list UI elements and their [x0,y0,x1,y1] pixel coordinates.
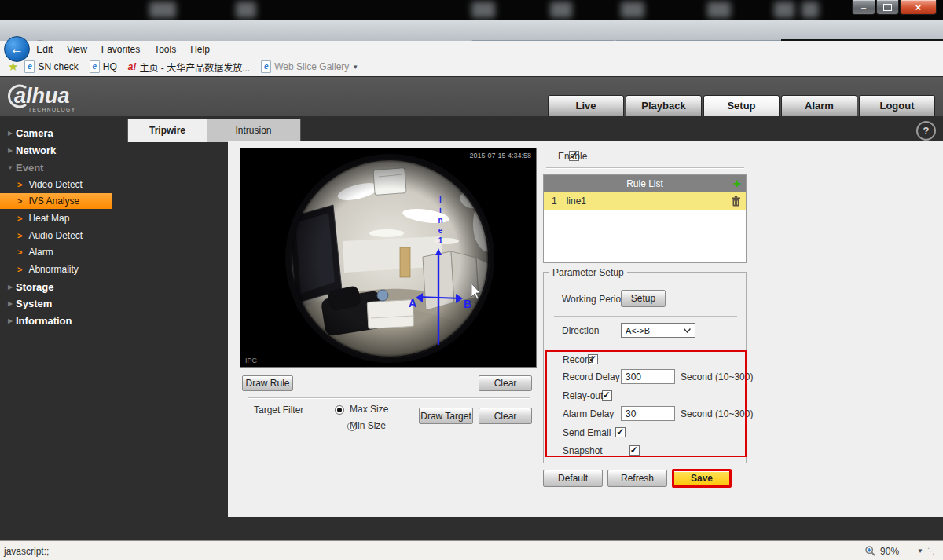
video-preview[interactable]: A B 2015-07-15 4:34:58 IPC line1 [240,148,537,368]
menu-tools[interactable]: Tools [147,44,183,55]
min-size-label[interactable]: Min Size [350,420,386,431]
site-header: alhua TECHNOLOGY Live Playback Setup Ala… [0,76,943,117]
nav-live-button[interactable]: Live [548,95,624,117]
triangle-right-icon: ▶ [5,284,16,291]
video-watermark: IPC [245,357,257,364]
ie-doc-icon: e [90,60,100,73]
ie-doc-icon: e [261,60,271,73]
sidebar-item-storage[interactable]: ▶Storage [0,279,114,295]
chevron-right-icon: > [17,247,22,257]
favorite-dahua-home[interactable]: a! 主页 - 大华产品数据发放... [128,60,250,74]
target-filter-label: Target Filter [254,404,303,415]
content-panel: A B 2015-07-15 4:34:58 IPC line1 Draw Ru… [228,141,943,517]
nav-logout-button[interactable]: Logout [859,95,935,117]
video-timestamp: 2015-07-15 4:34:58 [469,152,531,159]
menu-view[interactable]: View [60,44,94,55]
favorite-hq[interactable]: e HQ [90,60,117,73]
alert-highlight-box [545,350,747,457]
triangle-down-icon: ▼ [5,164,16,171]
chevron-right-icon: > [17,214,22,223]
draw-target-button[interactable]: Draw Target [419,408,473,424]
rule-list-row[interactable]: 1 line1 [544,192,746,210]
divider [546,167,744,169]
fisheye-image: A B [240,148,536,367]
chevron-right-icon: > [17,265,22,274]
working-period-label: Working Period [562,294,626,305]
clear-target-button[interactable]: Clear [479,408,532,424]
menu-help[interactable]: Help [183,44,217,55]
site-nav: Live Playback Setup Alarm Logout [548,95,935,117]
working-period-setup-button[interactable]: Setup [621,290,666,307]
delete-rule-icon[interactable] [732,196,740,207]
logo-text: alhua [14,84,70,108]
favorite-web-slice-gallery[interactable]: e Web Slice Gallery ▼ [261,60,358,73]
sidebar-item-system[interactable]: ▶System [0,295,114,312]
maximize-button[interactable] [876,0,899,15]
triangle-right-icon: ▶ [5,130,16,137]
chevron-down-icon: ▼ [352,64,358,71]
max-size-label[interactable]: Max Size [350,404,388,415]
dahua-logo: alhua TECHNOLOGY [8,81,110,114]
sidebar-item-information[interactable]: ▶Information [0,313,114,329]
sidebar-item-alarm[interactable]: >Alarm [0,244,112,260]
sidebar-item-abnormality[interactable]: >Abnormality [0,262,112,277]
zoom-level[interactable]: 90% [880,546,899,557]
zoom-magnifier-icon[interactable] [864,545,876,557]
nav-alarm-button[interactable]: Alarm [781,95,857,117]
status-bar: javascript:; 90% ▼ ⋱ [0,540,943,560]
draw-rule-button[interactable]: Draw Rule [242,375,293,391]
rule-line-label: line1 [436,196,445,247]
save-button[interactable]: Save [672,469,732,488]
desktop-strip: – × [0,0,943,20]
parameter-setup-legend: Parameter Setup [549,267,627,278]
refresh-button[interactable]: Refresh [607,470,667,487]
divider [248,397,530,399]
direction-select[interactable]: A<->B [621,323,695,338]
chevron-down-icon [684,328,691,333]
chevron-right-icon: > [17,196,22,206]
sidebar-item-audio-detect[interactable]: >Audio Detect [0,228,112,243]
sidebar-item-camera[interactable]: ▶Camera [0,125,114,141]
divider [554,316,737,317]
sidebar-item-heat-map[interactable]: >Heat Map [0,210,112,226]
chevron-right-icon: > [17,180,22,189]
point-b-label: B [464,298,472,310]
direction-label: Direction [562,325,599,336]
default-button[interactable]: Default [543,470,603,487]
nav-setup-button[interactable]: Setup [703,95,780,117]
window-controls: – × [851,0,937,15]
status-text: javascript:; [4,546,49,557]
favorites-bar: ★ e SN check e HQ a! 主页 - 大华产品数据发放... e … [0,57,943,77]
maximize-icon [883,4,892,11]
enable-label: Enable [558,151,587,162]
chevron-right-icon: > [17,231,22,240]
content-area: Tripwire Intrusion [114,116,931,517]
triangle-right-icon: ▶ [5,317,16,324]
menu-edit[interactable]: Edit [29,44,60,55]
tab-tripwire[interactable]: Tripwire [127,119,207,142]
ie-doc-icon: e [24,60,35,73]
logo-subtext: TECHNOLOGY [28,107,76,112]
sidebar-item-event[interactable]: ▼Event [0,159,114,176]
sidebar-item-network[interactable]: ▶Network [0,142,114,159]
zoom-dropdown-icon[interactable]: ▼ [917,547,923,555]
tab-intrusion[interactable]: Intrusion [207,119,301,142]
rule-list-header: Rule List + [544,175,746,192]
page-body: ▶Camera ▶Network ▼Event >Video Detect >I… [0,116,943,540]
clear-rule-button[interactable]: Clear [479,375,532,391]
rule-number: 1 [552,196,557,207]
browser-nav-row: ← → e http://172.16.16.117/ ▾ ↻ e Setup … [0,20,943,41]
rule-list: Rule List + 1 line1 [543,174,747,263]
nav-playback-button[interactable]: Playback [626,95,702,117]
triangle-right-icon: ▶ [5,147,16,154]
close-button[interactable]: × [900,0,937,15]
add-rule-icon[interactable]: + [733,176,741,192]
max-size-radio[interactable] [335,405,344,415]
sidebar-item-ivs-analyse[interactable]: >IVS Analyse [0,193,112,209]
sidebar-item-video-detect[interactable]: >Video Detect [0,177,112,192]
menu-favorites[interactable]: Favorites [94,44,147,55]
back-button[interactable]: ← [4,36,30,62]
rule-name: line1 [567,196,586,207]
favorite-sn-check[interactable]: e SN check [24,60,78,73]
minimize-button[interactable]: – [852,0,875,15]
